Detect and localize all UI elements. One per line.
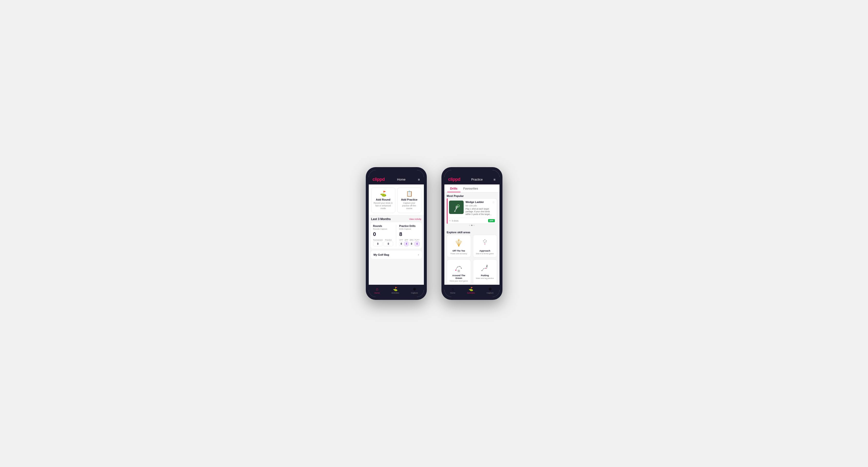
drills-value: 8 xyxy=(399,231,420,238)
rounds-sub: Rounds Capture xyxy=(373,228,393,230)
svg-point-27 xyxy=(461,268,462,269)
skill-grid: Off The Tee Power and accuracy xyxy=(444,235,499,285)
nav-capture-2[interactable]: ⊕ Capture xyxy=(487,287,493,294)
app-badge: APP xyxy=(488,219,495,222)
rounds-title: Rounds xyxy=(373,225,393,227)
drill-accent-bar xyxy=(447,198,447,224)
notch-2 xyxy=(463,172,480,176)
add-practice-title: Add Practice xyxy=(401,198,417,201)
stats-divider xyxy=(396,225,396,246)
svg-point-11 xyxy=(458,246,459,247)
drills-col: Practice Drills Drills Capture 8 OTT 0 A… xyxy=(399,225,420,246)
skill-card-ott[interactable]: Off The Tee Power and accuracy xyxy=(447,235,471,257)
putting-icon-area xyxy=(479,262,491,273)
ott-skill-desc: Power and accuracy xyxy=(451,252,467,255)
rounds-breakdown: Tournament 0 Practice 0 xyxy=(373,239,393,246)
putting-skill-name: Putting xyxy=(481,274,489,277)
putting-svg xyxy=(480,263,490,273)
nav-activities-1[interactable]: ⛳ Activities xyxy=(392,287,399,294)
nav-activities-2[interactable]: ⛳ Activities xyxy=(467,287,475,294)
content-1: ⛳ Add Round Record your shots in fast or… xyxy=(369,184,424,285)
svg-point-25 xyxy=(457,267,458,268)
menu-icon-1[interactable]: ≡ xyxy=(418,178,420,182)
drills-breakdown: OTT 0 APP 4 ARG 0 xyxy=(399,239,420,246)
stats-row: Rounds Rounds Capture 0 Tournament 0 Pra… xyxy=(373,225,420,246)
add-practice-card[interactable]: 📋 Add Practice Capture your practice off… xyxy=(397,187,422,213)
approach-svg xyxy=(480,238,490,248)
nav-capture-label-1: Capture xyxy=(411,292,418,294)
drill-card-inner: Wedge Ladder ☆ 50–100 yds Play 1 shot at… xyxy=(447,198,497,218)
svg-point-5 xyxy=(456,206,457,207)
tab-favourites[interactable]: Favourites xyxy=(461,184,481,192)
drill-yardage: 50–100 yds xyxy=(466,205,495,207)
tournament-label: Tournament xyxy=(373,239,383,241)
ott-item: OTT 0 xyxy=(399,239,403,246)
svg-line-23 xyxy=(485,242,486,244)
menu-icon-2[interactable]: ≡ xyxy=(493,178,495,182)
add-round-icon: ⛳ xyxy=(380,191,386,197)
shots-label: 9 shots xyxy=(452,220,459,222)
content-2: Most Popular xyxy=(444,192,499,285)
app-label: APP xyxy=(404,239,408,241)
skill-card-approach[interactable]: Approach Dial-in to hit the green xyxy=(473,235,497,257)
ott-label: OTT xyxy=(399,239,403,241)
ott-svg xyxy=(454,238,464,248)
nav-home-label-2: Home xyxy=(450,292,455,294)
drill-carousel: Wedge Ladder ☆ 50–100 yds Play 1 shot at… xyxy=(444,198,499,229)
nav-activities-label-2: Activities xyxy=(467,292,475,294)
screen-1: clippd Home ≡ ⛳ Add Round Record your sh… xyxy=(369,170,424,297)
svg-marker-36 xyxy=(487,265,488,266)
nav-capture-1[interactable]: ⊕ Capture xyxy=(411,287,418,294)
tournament-value: 0 xyxy=(373,242,383,246)
nav-capture-label-2: Capture xyxy=(487,292,493,294)
skill-card-putting[interactable]: Putting Make and lag practice xyxy=(473,259,497,285)
arg-skill-name: Around The Green xyxy=(449,274,469,279)
star-icon[interactable]: ☆ xyxy=(492,200,495,204)
home-icon-2: ⌂ xyxy=(452,287,454,291)
approach-icon-area xyxy=(479,238,491,248)
svg-point-24 xyxy=(455,270,456,271)
svg-line-19 xyxy=(484,240,485,241)
golf-bag-label: My Golf Bag xyxy=(374,253,389,256)
add-round-title: Add Round xyxy=(376,198,390,201)
drill-card[interactable]: Wedge Ladder ☆ 50–100 yds Play 1 shot at… xyxy=(447,198,497,224)
nav-home-1[interactable]: ⌂ Home xyxy=(375,287,380,294)
add-practice-icon: 📋 xyxy=(406,191,413,197)
drill-info: Wedge Ladder ☆ 50–100 yds Play 1 shot at… xyxy=(466,200,495,216)
rounds-col: Rounds Rounds Capture 0 Tournament 0 Pra… xyxy=(373,225,393,246)
title-2: Practice xyxy=(471,178,483,181)
golf-bag-row[interactable]: My Golf Bag › xyxy=(371,251,422,259)
nav-home-2[interactable]: ⌂ Home xyxy=(450,287,455,294)
skill-card-arg[interactable]: Around The Green Hone your short game xyxy=(447,259,471,285)
drill-shots: ⚬ 9 shots xyxy=(449,220,459,222)
dot-1 xyxy=(469,225,470,226)
svg-point-30 xyxy=(482,270,483,271)
practice-item: Practice 0 xyxy=(383,239,393,246)
arg-svg xyxy=(454,263,464,273)
nav-activities-label-1: Activities xyxy=(392,292,399,294)
drill-name: Wedge Ladder xyxy=(466,200,484,204)
drill-card-wrapper: Wedge Ladder ☆ 50–100 yds Play 1 shot at… xyxy=(447,198,497,224)
practice-label: Practice xyxy=(383,239,393,241)
tab-drills[interactable]: Drills xyxy=(447,184,461,192)
drills-title: Practice Drills xyxy=(399,225,420,227)
add-round-card[interactable]: ⛳ Add Round Record your shots in fast or… xyxy=(371,187,395,213)
notch-1 xyxy=(388,172,405,176)
activity-title: Last 3 Months xyxy=(371,217,391,221)
add-practice-desc: Capture your practice off-the-course xyxy=(400,202,419,210)
svg-point-31 xyxy=(484,268,484,269)
logo-2: clippd xyxy=(448,177,461,182)
activity-header: Last 3 Months View Activity xyxy=(369,215,424,222)
drills-sub: Drills Capture xyxy=(399,228,420,230)
action-cards: ⛳ Add Round Record your shots in fast or… xyxy=(369,184,424,215)
screen-2: clippd Practice ≡ Drills Favourites Most… xyxy=(444,170,499,297)
putt-value: 4 xyxy=(414,242,420,246)
chevron-right-icon: › xyxy=(418,253,419,256)
drill-thumb-icon xyxy=(449,200,464,214)
add-round-desc: Record your shots in fast or enhanced mo… xyxy=(373,202,393,210)
approach-skill-name: Approach xyxy=(479,249,490,252)
arg-skill-desc: Hone your short game xyxy=(450,280,468,282)
putt-item: PUTT 4 xyxy=(414,239,420,246)
tabs-row: Drills Favourites xyxy=(444,184,499,192)
view-activity-link[interactable]: View Activity xyxy=(409,218,422,220)
